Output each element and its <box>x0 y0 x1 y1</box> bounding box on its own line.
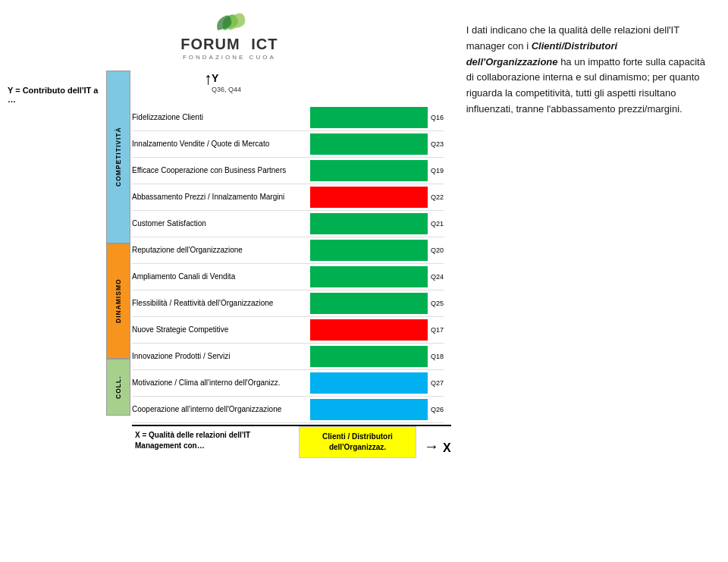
side-label-competitivita: COMPETITIVITÀ <box>106 71 130 243</box>
bar-7 <box>310 266 428 287</box>
table-row: Motivazione / Clima all'interno dell'Org… <box>132 370 444 397</box>
bar-q-12: Q26 <box>431 406 444 413</box>
bar-3 <box>310 160 428 181</box>
rows-and-bars: Fidelizzazione Clienti Q16 Innalzamento … <box>132 105 451 423</box>
table-row: Flessibilità / Reattività dell'Organizza… <box>132 290 444 317</box>
chart-body: COMPETITIVITÀ DINAMISMO COLL. ↑ Y Q36, Q… <box>106 71 451 554</box>
bar-cell-12: Q26 <box>310 397 444 422</box>
row-label-3: Efficace Cooperazione con Business Partn… <box>132 158 310 184</box>
row-label-9: Nuove Strategie Competitive <box>132 317 310 343</box>
row-label-4: Abbassamento Prezzi / Innalzamento Margi… <box>132 184 310 210</box>
bar-9 <box>310 319 428 341</box>
row-label-1: Fidelizzazione Clienti <box>132 105 310 130</box>
y-axis-desc: Y = Contributo dell'IT a … <box>8 86 106 104</box>
table-row: Cooperazione all'interno dell'Organizzaz… <box>132 397 444 423</box>
bar-10 <box>310 346 428 367</box>
logo-ict: ICT <box>251 36 278 53</box>
table-row: Abbassamento Prezzi / Innalzamento Margi… <box>132 184 444 211</box>
row-label-8: Flessibilità / Reattività dell'Organizza… <box>132 290 310 316</box>
bar-q-11: Q27 <box>431 379 444 387</box>
bar-q-9: Q17 <box>431 326 444 334</box>
bar-cell-2: Q23 <box>310 131 444 157</box>
right-panel: I dati indicano che la qualità delle rel… <box>451 8 720 554</box>
bar-q-8: Q25 <box>431 300 444 307</box>
row-label-5: Customer Satisfaction <box>132 211 310 237</box>
row-label-6: Reputazione dell'Organizzazione <box>132 237 310 263</box>
bar-8 <box>310 293 428 314</box>
table-row: Efficace Cooperazione con Business Partn… <box>132 158 444 184</box>
row-label-7: Ampliamento Canali di Vendita <box>132 264 310 290</box>
bar-q-6: Q20 <box>431 246 444 254</box>
bar-11 <box>310 372 428 394</box>
bar-q-2: Q23 <box>431 140 444 148</box>
bar-q-3: Q19 <box>431 167 444 174</box>
bar-cell-1: Q16 <box>310 105 444 130</box>
left-panel: FORUM ICT FONDAZIONE CUOA Y = Contributo… <box>8 8 451 554</box>
bar-cell-7: Q24 <box>310 264 444 290</box>
bar-6 <box>310 240 428 261</box>
y-axis-top: ↑ Y Q36, Q44 <box>132 71 451 105</box>
table-row: Customer Satisfaction Q21 <box>132 211 444 237</box>
bar-cell-6: Q20 <box>310 237 444 263</box>
y-label: Y <box>212 72 218 84</box>
logo-area: FORUM ICT FONDAZIONE CUOA <box>8 8 451 61</box>
table-row: Nuove Strategie Competitive Q17 <box>132 317 444 344</box>
x-axis-label-text: X = Qualità delle relazioni dell'IT Mana… <box>135 431 250 450</box>
bar-q-5: Q21 <box>431 220 444 228</box>
bar-cell-3: Q19 <box>310 158 444 184</box>
chart-area: Y = Contributo dell'IT a … COMPETITIVITÀ… <box>8 71 451 554</box>
logo-forum-ict: FORUM ICT <box>180 36 278 53</box>
bar-5 <box>310 213 428 234</box>
table-row: Fidelizzazione Clienti Q16 <box>132 105 444 131</box>
table-row: Innovazione Prodotti / Servizi Q18 <box>132 344 444 370</box>
x-axis-bottom-text: Clienti / Distributori dell'Organizzaz. <box>322 432 393 451</box>
page-container: FORUM ICT FONDAZIONE CUOA Y = Contributo… <box>0 0 728 562</box>
bar-cell-5: Q21 <box>310 211 444 237</box>
row-label-2: Innalzamento Vendite / Quote di Mercato <box>132 131 310 157</box>
bar-1 <box>310 107 428 128</box>
top-marker: Q36, Q44 <box>212 86 241 93</box>
logo-box: FORUM ICT FONDAZIONE CUOA <box>180 11 278 61</box>
bar-4 <box>310 187 428 208</box>
bar-cell-11: Q27 <box>310 370 444 396</box>
bar-cell-10: Q18 <box>310 344 444 369</box>
x-arrow: → <box>416 438 439 458</box>
bar-q-4: Q22 <box>431 193 444 201</box>
side-label-dinamismo: DINAMISMO <box>106 243 130 359</box>
side-label-coll: COLL. <box>106 359 130 416</box>
x-axis-label: X = Qualità delle relazioni dell'IT Mana… <box>132 426 299 458</box>
logo-fondazione: FONDAZIONE CUOA <box>180 54 278 61</box>
rows-list: Fidelizzazione Clienti Q16 Innalzamento … <box>132 105 444 423</box>
bar-12 <box>310 399 428 420</box>
bar-q-10: Q18 <box>431 353 444 360</box>
bar-cell-4: Q22 <box>310 184 444 210</box>
logo-leaves-icon <box>209 11 250 33</box>
x-label: X <box>439 441 451 458</box>
row-label-11: Motivazione / Clima all'interno dell'Org… <box>132 370 310 396</box>
table-row: Ampliamento Canali di Vendita Q24 <box>132 264 444 290</box>
bar-2 <box>310 133 428 155</box>
bar-q-7: Q24 <box>431 273 444 281</box>
bar-cell-9: Q17 <box>310 317 444 343</box>
table-row: Innalzamento Vendite / Quote di Mercato … <box>132 131 444 158</box>
x-axis-bottom: X = Qualità delle relazioni dell'IT Mana… <box>132 425 451 458</box>
side-labels-col: COMPETITIVITÀ DINAMISMO COLL. <box>106 71 130 554</box>
logo-forum: FORUM <box>180 36 240 53</box>
x-axis-bottom-bar: Clienti / Distributori dell'Organizzaz. <box>299 426 416 458</box>
description-text: I dati indicano che la qualità delle rel… <box>466 23 709 118</box>
bar-cell-8: Q25 <box>310 290 444 316</box>
row-label-10: Innovazione Prodotti / Servizi <box>132 344 310 369</box>
row-label-12: Cooperazione all'interno dell'Organizzaz… <box>132 397 310 422</box>
chart-rows-container: ↑ Y Q36, Q44 Fidelizzazione Clienti <box>132 71 451 554</box>
y-axis-label-area: Y = Contributo dell'IT a … <box>8 71 106 554</box>
bar-q-1: Q16 <box>431 114 444 121</box>
table-row: Reputazione dell'Organizzazione Q20 <box>132 237 444 264</box>
